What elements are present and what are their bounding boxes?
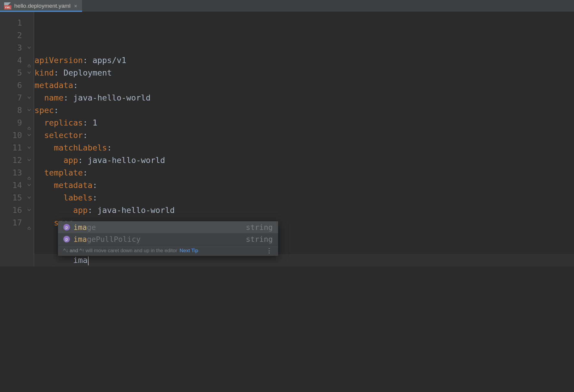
next-tip-link[interactable]: Next Tip [180,248,198,254]
code-line[interactable]: kind: Deployment [34,67,574,79]
fold-toggle-icon[interactable] [25,142,34,154]
line-number-gutter: 1234567891011121314151617 [0,12,25,266]
fold-toggle-icon[interactable] [25,67,34,79]
line-number: 7 [0,92,22,104]
fold-toggle-icon[interactable] [25,192,34,204]
more-icon[interactable]: ⋮ [266,247,273,255]
close-icon[interactable]: × [73,3,78,9]
line-number: 13 [0,167,22,179]
fold-toggle-icon[interactable] [25,129,34,142]
fold-toggle-icon[interactable] [25,92,34,104]
fold-gap [25,29,34,42]
fold-gap [25,17,34,29]
code-line[interactable]: replicas: 1 [34,117,574,129]
fold-toggle-icon[interactable] [25,104,34,117]
code-line[interactable]: matchLabels: [34,142,574,154]
line-number: 17 [0,217,22,229]
hint-text: will move caret down and up in the edito… [86,248,177,254]
code-line[interactable]: metadata: [34,79,574,92]
completion-item[interactable]: pimagestring [58,221,278,233]
property-badge-icon: p [63,224,70,231]
line-number: 3 [0,42,22,54]
completion-item[interactable]: pimagePullPolicystring [58,233,278,245]
line-number: 5 [0,67,22,79]
code-line[interactable]: metadata: [34,179,574,192]
line-number: 14 [0,179,22,192]
fold-toggle-icon[interactable] [25,42,34,54]
code-line[interactable]: labels: [34,192,574,204]
completion-type: string [246,223,273,232]
code-line[interactable]: app: java-hello-world [34,204,574,217]
line-number: 2 [0,29,22,42]
fold-end-icon[interactable] [25,54,34,67]
fold-end-icon[interactable] [25,117,34,129]
line-number: 8 [0,104,22,117]
line-number: 10 [0,129,22,142]
fold-toggle-icon[interactable] [25,179,34,192]
line-number: 6 [0,79,22,92]
line-number: 12 [0,154,22,167]
fold-toggle-icon[interactable] [25,154,34,167]
fold-end-icon[interactable] [25,217,34,229]
line-number: 15 [0,192,22,204]
code-line[interactable]: template: [34,167,574,179]
line-number: 4 [0,54,22,67]
code-completion-popup[interactable]: pimagestringpimagePullPolicystring ^↓ an… [58,221,278,256]
line-number: 9 [0,117,22,129]
fold-toggle-icon[interactable] [25,204,34,217]
fold-glyph-gutter [25,12,34,266]
hint-shortcut: ^↓ and ^↑ [63,248,84,254]
completion-label: image [73,223,96,232]
tab-filename: hello.deployment.yaml [14,3,70,9]
code-line[interactable]: app: java-hello-world [34,154,574,167]
property-badge-icon: p [63,236,70,242]
code-line[interactable]: selector: [34,129,574,142]
code-line[interactable]: apiVersion: apps/v1 [34,54,574,67]
line-number: 11 [0,142,22,154]
completion-hint: ^↓ and ^↑ will move caret down and up in… [58,245,278,256]
yaml-file-icon: YML [4,2,11,10]
line-number: 16 [0,204,22,217]
code-line[interactable]: spec: [34,104,574,117]
fold-gap [25,79,34,92]
code-line[interactable]: ima [34,254,574,266]
fold-end-icon[interactable] [25,167,34,179]
code-line[interactable]: name: java-hello-world [34,92,574,104]
editor-tab[interactable]: YML hello.deployment.yaml × [0,0,82,12]
tab-bar: YML hello.deployment.yaml × [0,0,574,12]
line-number: 1 [0,17,22,29]
completion-label: imagePullPolicy [73,235,141,244]
completion-type: string [246,235,273,244]
